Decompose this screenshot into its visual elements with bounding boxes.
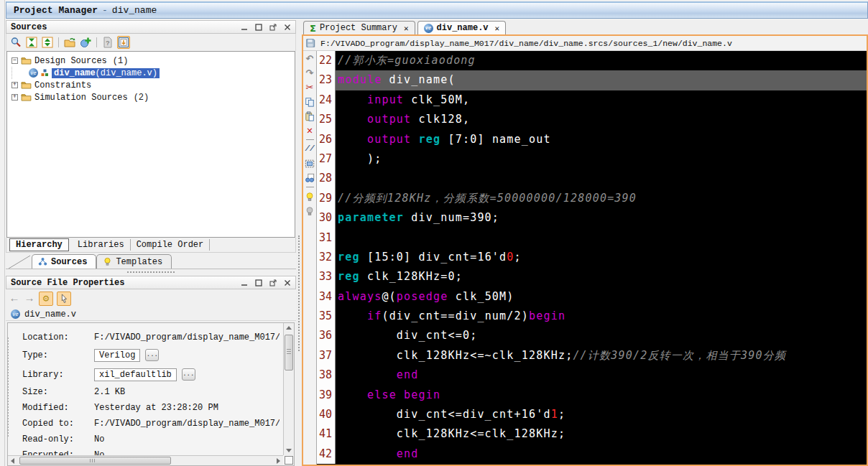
close-icon[interactable] [283, 23, 291, 31]
code-area[interactable]: 22//郭小东=guoxiaodong23module div_name(24 … [317, 51, 867, 465]
find-replace-icon[interactable] [305, 172, 315, 183]
float-icon[interactable] [269, 279, 277, 286]
light-bulb-on-icon[interactable] [305, 191, 315, 202]
code-line-text[interactable]: end [336, 365, 867, 385]
code-line-text[interactable]: input clk_50M, [336, 90, 867, 110]
code-line-text[interactable] [336, 228, 867, 248]
code-line-text[interactable]: module div_name( [336, 70, 867, 90]
collapse-expander-icon[interactable]: − [11, 57, 18, 64]
code-line[interactable]: 30parameter div_num=390; [317, 208, 867, 228]
panel-splitter-handle[interactable] [6, 269, 296, 276]
add-sources-icon[interactable] [79, 36, 92, 49]
code-line[interactable]: 33reg clk_128KHz=0; [317, 267, 867, 286]
delete-icon[interactable]: ✕ [305, 125, 315, 136]
code-line[interactable]: 22//郭小东=guoxiaodong [317, 51, 867, 70]
close-tab-icon[interactable]: ✕ [495, 24, 500, 33]
close-tab-icon[interactable]: ✕ [404, 24, 409, 33]
selected-tree-item[interactable]: div_name (div_name.v) [52, 68, 160, 78]
cut-icon[interactable]: ✂ [305, 82, 315, 93]
expand-expander-icon[interactable]: + [11, 82, 18, 88]
code-line-text[interactable]: parameter div_num=390; [336, 208, 867, 228]
column-splitter[interactable] [296, 20, 302, 466]
expand-expander-icon[interactable]: + [11, 94, 18, 101]
copy-icon[interactable] [305, 96, 315, 107]
tree-item-constraints[interactable]: + Constraints [11, 79, 295, 91]
code-line-text[interactable]: div_cnt<=div_cnt+16'd1; [336, 405, 867, 424]
code-line-text[interactable]: output reg [7:0] name_out [336, 130, 867, 149]
minimize-icon[interactable] [240, 279, 248, 286]
code-line[interactable]: 25 output clk128, [317, 110, 867, 129]
forward-arrow-icon[interactable]: → [24, 293, 35, 305]
select-pointer-icon[interactable] [57, 292, 71, 306]
tab-sources[interactable]: Sources [32, 254, 96, 269]
tree-item-simulation-sources[interactable]: + Simulation Sources (2) [11, 91, 295, 103]
tree-item-design-sources[interactable]: − Design Sources (1) [11, 55, 295, 67]
code-line-text[interactable]: output clk128, [336, 110, 867, 129]
tab-hierarchy[interactable]: Hierarchy [9, 238, 69, 251]
expand-all-icon[interactable] [41, 36, 54, 49]
toggle-comment-icon[interactable]: // [305, 144, 315, 154]
scroll-right-icon[interactable] [274, 456, 283, 465]
collapse-all-icon[interactable] [25, 36, 38, 49]
code-line[interactable]: 38 end [317, 365, 867, 385]
code-line[interactable]: 36 div_cnt<=0; [317, 326, 867, 345]
horizontal-scroll-thumb[interactable] [19, 457, 171, 465]
code-line[interactable]: 31 [317, 228, 867, 248]
code-line-text[interactable]: div_cnt<=0; [336, 326, 867, 345]
minimize-icon[interactable] [240, 23, 248, 31]
property-input[interactable]: xil_defaultlib [94, 368, 177, 381]
code-line[interactable]: 42 end [317, 444, 867, 464]
tree-item-div-name[interactable]: ve div_name (div_name.v) [11, 67, 295, 79]
code-line[interactable]: 34always@(posedge clk_50M) [317, 287, 867, 307]
property-input[interactable]: Verilog [94, 349, 140, 362]
save-icon[interactable] [303, 38, 317, 48]
redo-icon[interactable]: ↷ [305, 67, 315, 78]
edit-properties-icon[interactable]: ⚙ [39, 292, 53, 306]
code-line[interactable]: 40 div_cnt<=div_cnt+16'd1; [317, 405, 867, 424]
tab-libraries[interactable]: Libraries [72, 239, 131, 251]
tab-compile-order[interactable]: Compile Order [131, 239, 211, 251]
code-line-text[interactable]: ); [336, 149, 867, 169]
code-line-text[interactable]: clk_128KHz<=~clk_128KHz;//计数390/2反转一次，相当… [336, 346, 867, 365]
code-line-text[interactable]: reg [15:0] div_cnt=16'd0; [336, 248, 867, 267]
code-line[interactable]: 27 ); [317, 149, 867, 169]
code-line-text[interactable]: reg clk_128KHz=0; [336, 267, 867, 286]
code-line-text[interactable]: always@(posedge clk_50M) [336, 287, 867, 307]
code-line[interactable]: 32reg [15:0] div_cnt=16'd0; [317, 248, 867, 267]
code-line-text[interactable]: else begin [336, 386, 867, 405]
tab-templates[interactable]: Templates [96, 254, 172, 269]
browse-button[interactable]: ... [182, 368, 195, 381]
code-line-text[interactable]: //郭小东=guoxiaodong [336, 51, 867, 70]
tab-div-name-v[interactable]: ve div_name.v ✕ [417, 21, 507, 34]
code-line-text[interactable]: if(div_cnt==div_num/2)begin [336, 307, 867, 326]
horizontal-scrollbar[interactable] [8, 455, 283, 465]
scroll-left-icon[interactable] [8, 456, 17, 465]
code-line[interactable]: 41 clk_128KHz<=clk_128KHz; [317, 424, 867, 444]
tab-project-summary[interactable]: Σ Project Summary ✕ [303, 21, 415, 34]
scroll-up-icon[interactable] [284, 323, 294, 332]
code-line[interactable]: 29//分频到128KHz，分频系数=50000000/128000=390 [317, 189, 867, 208]
maximize-icon[interactable] [254, 23, 262, 31]
close-icon[interactable] [283, 279, 291, 286]
vertical-scroll-thumb[interactable] [285, 335, 293, 371]
code-line-text[interactable] [336, 169, 867, 188]
code-line[interactable]: 35 if(div_cnt==div_num/2)begin [317, 307, 867, 326]
search-icon[interactable] [9, 36, 22, 49]
scroll-to-selected-icon[interactable] [117, 36, 130, 49]
code-line-text[interactable]: clk_128KHz<=clk_128KHz; [336, 424, 867, 444]
resize-grip[interactable] [285, 456, 293, 465]
code-line[interactable]: 39 else begin [317, 386, 867, 405]
undo-icon[interactable]: ↶ [305, 53, 315, 64]
code-line[interactable]: 24 input clk_50M, [317, 90, 867, 110]
back-arrow-icon[interactable]: ← [9, 293, 20, 305]
vertical-scrollbar[interactable] [283, 323, 294, 455]
code-line[interactable]: 37 clk_128KHz<=~clk_128KHz;//计数390/2反转一次… [317, 346, 867, 365]
scroll-down-icon[interactable] [284, 446, 294, 455]
maximize-icon[interactable] [254, 279, 262, 286]
paste-icon[interactable] [305, 111, 315, 121]
code-line[interactable]: 28 [317, 169, 867, 188]
block-select-icon[interactable] [305, 158, 315, 169]
browse-button[interactable]: ... [145, 349, 159, 361]
code-line[interactable]: 23module div_name( [317, 70, 867, 90]
code-line[interactable]: 26 output reg [7:0] name_out [317, 130, 867, 149]
